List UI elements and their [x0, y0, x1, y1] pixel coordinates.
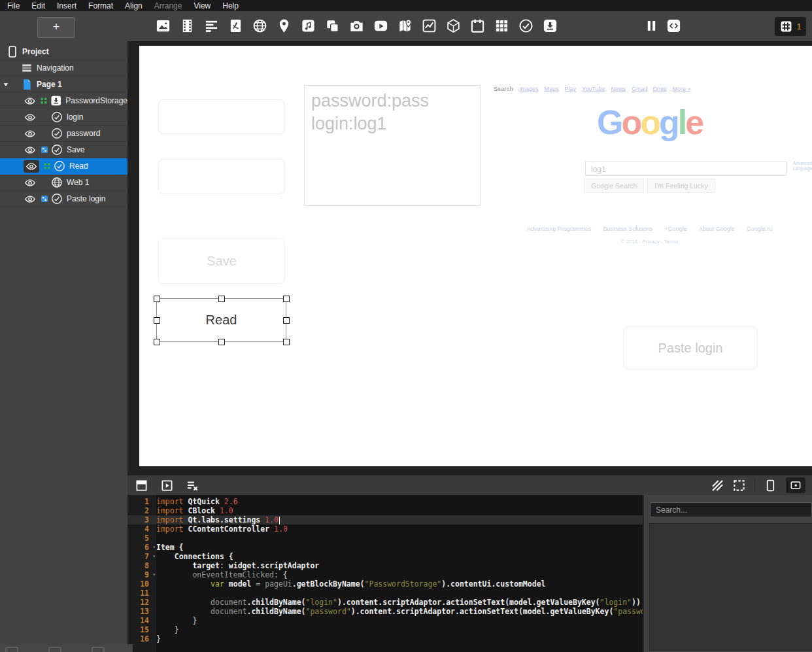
video-icon[interactable]: [373, 18, 388, 33]
code-line-4[interactable]: 4import CContentController 1.0: [127, 524, 643, 534]
fold-marker-icon[interactable]: ▾: [152, 570, 156, 579]
search-input[interactable]: [650, 502, 812, 517]
globe-icon[interactable]: [252, 18, 267, 33]
eye-icon[interactable]: [24, 194, 37, 205]
google-nav-link[interactable]: News: [611, 86, 626, 92]
menu-item-insert[interactable]: Insert: [51, 1, 82, 10]
design-canvas[interactable]: password:pass login:log1 Save Read Paste…: [139, 46, 812, 466]
google-footer-link[interactable]: Business Solutions: [603, 226, 652, 232]
eye-icon[interactable]: [24, 112, 37, 123]
google-nav-link[interactable]: Drive: [652, 86, 666, 92]
google-side-link[interactable]: Language: [793, 166, 812, 171]
google-footer-link[interactable]: Google.ru: [747, 226, 773, 232]
resize-handle-w[interactable]: [154, 317, 160, 324]
google-nav-link[interactable]: Images: [519, 86, 539, 92]
tree-item-password[interactable]: password: [0, 126, 127, 142]
resize-handle-s[interactable]: [218, 339, 225, 345]
tree-item-project[interactable]: Project: [0, 44, 127, 60]
camera-icon[interactable]: [349, 18, 364, 33]
expander-icon[interactable]: [3, 82, 9, 88]
password-input-widget[interactable]: [158, 159, 285, 194]
fold-marker-icon[interactable]: ▾: [152, 552, 156, 561]
google-nav-link[interactable]: More »: [673, 86, 691, 92]
code-line-9[interactable]: 9▾ onEventItemClicked: {: [127, 570, 643, 579]
pin-icon[interactable]: [277, 18, 292, 33]
tree-item-login[interactable]: login: [0, 109, 127, 126]
code-line-6[interactable]: 6▾Item {: [127, 543, 643, 552]
select-dash-icon[interactable]: [733, 479, 745, 492]
code-line-7[interactable]: 7▾ Connections {: [127, 552, 643, 561]
google-button[interactable]: Google Search: [584, 179, 644, 193]
google-nav-link[interactable]: Gmail: [632, 86, 647, 92]
code-line-1[interactable]: 1import QtQuick 2.6: [127, 497, 643, 506]
pause-icon[interactable]: [645, 19, 658, 33]
menu-item-edit[interactable]: Edit: [25, 1, 51, 10]
code-line-5[interactable]: 5: [127, 534, 643, 543]
calendar-icon[interactable]: [470, 18, 485, 33]
resize-handle-n[interactable]: [218, 296, 225, 302]
copy-icon[interactable]: [325, 18, 340, 33]
map-icon[interactable]: [398, 18, 413, 33]
code-line-14[interactable]: 14 }: [127, 616, 643, 625]
resize-handle-ne[interactable]: [283, 296, 290, 302]
google-button[interactable]: I'm Feeling Lucky: [647, 179, 715, 193]
menu-item-help[interactable]: Help: [216, 1, 245, 10]
code-line-13[interactable]: 13 document.childByName("password").cont…: [127, 607, 643, 616]
tree-item-navigation[interactable]: Navigation: [0, 60, 127, 77]
clear-list-icon[interactable]: [186, 479, 199, 492]
tree-item-passwordstorage[interactable]: PasswordStorage: [0, 93, 127, 109]
resize-handle-sw[interactable]: [154, 339, 160, 345]
check-icon[interactable]: [518, 18, 533, 33]
page-counter[interactable]: 1: [775, 17, 806, 36]
password-storage-textbox[interactable]: password:pass login:log1: [304, 85, 481, 206]
eye-icon[interactable]: [24, 128, 37, 139]
eye-icon[interactable]: [24, 95, 36, 107]
add-block-button[interactable]: +: [37, 17, 75, 38]
menu-item-view[interactable]: View: [188, 1, 216, 10]
code-line-16[interactable]: 16}: [127, 634, 643, 643]
google-nav-link[interactable]: YouTube: [582, 86, 605, 92]
resize-handle-e[interactable]: [283, 317, 290, 324]
hatch-icon[interactable]: [711, 479, 724, 492]
pdf-icon[interactable]: [228, 18, 243, 33]
tree-item-paste-login[interactable]: Paste login: [0, 191, 127, 207]
google-footer-link[interactable]: +Google: [664, 226, 686, 232]
tree-item-read[interactable]: Read: [0, 158, 127, 175]
tree-item-page-1[interactable]: Page 1: [0, 77, 127, 93]
code-line-3[interactable]: 3import Qt.labs.settings 1.0: [127, 515, 643, 524]
code-line-11[interactable]: 11: [127, 589, 643, 598]
panel-top-icon[interactable]: [135, 479, 148, 492]
phone-icon[interactable]: [764, 479, 777, 492]
code-line-2[interactable]: 2import CBlock 1.0: [127, 506, 643, 515]
tree-item-web-1[interactable]: Web 1: [0, 175, 127, 191]
code-line-8[interactable]: 8 target: widget.scriptAdaptor: [127, 561, 643, 570]
grid-icon[interactable]: [494, 18, 509, 33]
web-browser-widget[interactable]: Search ImagesMapsPlayYouTubeNewsGmailDri…: [487, 82, 812, 298]
align-icon[interactable]: [204, 18, 219, 33]
menu-item-file[interactable]: File: [1, 1, 25, 10]
play-box-icon[interactable]: [161, 479, 173, 492]
insert-icon[interactable]: [543, 18, 558, 33]
google-side-links[interactable]: AdvancedLanguage: [793, 161, 812, 172]
panel-active-button[interactable]: [786, 477, 805, 493]
music-icon[interactable]: [301, 18, 316, 33]
tree-item-save[interactable]: Save: [0, 142, 127, 158]
google-nav-link[interactable]: Play: [565, 86, 577, 92]
read-button-widget[interactable]: Read: [156, 298, 286, 342]
code-editor[interactable]: 1import QtQuick 2.62import CBlock 1.03im…: [127, 495, 643, 652]
code-line-15[interactable]: 15 }: [127, 625, 643, 634]
image-icon[interactable]: [156, 18, 171, 33]
chart-icon[interactable]: [422, 18, 437, 33]
resize-handle-nw[interactable]: [154, 296, 160, 302]
eye-icon[interactable]: [24, 145, 37, 156]
paste-login-button-widget[interactable]: Paste login: [623, 326, 758, 369]
login-input-widget[interactable]: [158, 99, 285, 134]
save-button-widget[interactable]: Save: [158, 238, 285, 284]
google-side-link[interactable]: Advanced: [793, 161, 812, 166]
code-line-12[interactable]: 12 document.childByName("login").content…: [127, 598, 643, 607]
menu-item-align[interactable]: Align: [119, 1, 148, 10]
google-footer-link[interactable]: About Google: [699, 226, 735, 232]
menu-item-format[interactable]: Format: [82, 1, 119, 10]
google-footer-link[interactable]: Advertising Programmes: [527, 226, 592, 232]
film-icon[interactable]: [180, 18, 195, 33]
